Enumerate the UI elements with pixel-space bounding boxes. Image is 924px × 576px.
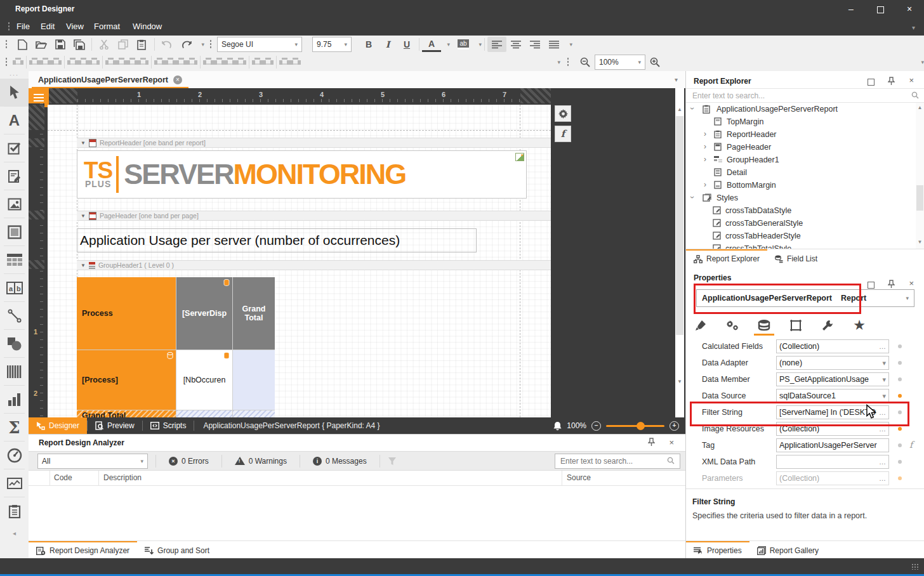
bell-icon[interactable] [553,421,562,431]
tree-item-detail[interactable]: Detail [686,166,916,179]
expander-icon[interactable]: › [704,129,706,138]
tab-behavior-gears-icon[interactable] [724,317,741,334]
align-tops-icon[interactable] [67,58,78,67]
tab-report-explorer[interactable]: Report Explorer [686,249,767,267]
bold-button[interactable]: B [359,37,378,52]
explorer-scrollbar[interactable]: ▲ ▼ [916,103,924,249]
maximize-panel-icon[interactable] [868,280,874,289]
dropdown-icon[interactable]: ▾ [880,392,886,400]
tree-item-reportheader[interactable]: › ReportHeader [686,128,916,141]
menu-format[interactable]: Format [94,22,120,31]
report-tasks-gear-button[interactable] [555,105,571,122]
report-header-band[interactable]: ▼ ReportHeader [one band per report] [77,138,551,148]
property-row-data-member[interactable]: Data Member PS_GetApplicationUsage▾ [686,371,924,388]
fit-to-grid-icon[interactable] [105,58,116,67]
font-size-combo[interactable]: 9.75▾ [312,37,352,52]
close-icon[interactable]: × [909,278,914,288]
maximize-panel-icon[interactable] [868,77,874,86]
expander-icon[interactable]: › [688,196,697,199]
messages-counter[interactable]: i0 Messages [308,457,372,466]
menu-drag-handle[interactable] [8,22,10,32]
undo-button[interactable] [157,37,176,52]
scroll-up-icon[interactable]: ▲ [916,103,924,113]
zoom-slider-thumb[interactable] [637,422,645,430]
toolbar-drag-handle[interactable] [209,39,212,49]
align-rights-icon[interactable] [51,58,62,67]
tree-item-topmargin[interactable]: TopMargin [686,115,916,128]
property-row-tag[interactable]: Tag ApplicationUsagePerServer f [686,437,924,454]
align-lefts-icon[interactable] [29,58,40,67]
menu-file[interactable]: File [16,22,30,31]
menu-edit[interactable]: Edit [41,22,55,31]
tool-picture-box[interactable] [0,190,29,218]
crosstab-control[interactable]: Process [ServerDisp Grand Total [Process… [77,277,275,417]
toolbox-collapse-icon[interactable]: ◂ [0,530,29,537]
cut-button[interactable] [95,37,114,52]
tool-barcode[interactable] [0,358,29,386]
underline-button[interactable]: U [397,37,416,52]
save-button[interactable] [51,37,70,52]
expression-editor-button[interactable]: f [555,126,571,142]
align-right-button[interactable] [525,37,544,52]
group-header-band[interactable]: ▼ GroupHeader1 ( Level 0 ) [77,260,551,270]
report-page[interactable]: ▼ ReportHeader [one band per report] TS … [48,105,551,417]
save-all-button[interactable] [70,37,89,52]
zoom-slider[interactable] [606,425,664,427]
report-title-label[interactable]: Application Usage per server (number of … [77,228,477,252]
tree-item-bottommargin[interactable]: › BottomMargin [686,179,916,192]
expression-function-icon[interactable]: f [909,440,913,450]
crosstab-cell-total[interactable] [233,410,275,417]
align-centers-icon[interactable] [40,58,51,67]
send-backward-icon[interactable] [290,58,301,67]
menu-overflow-icon[interactable]: ▾ [912,24,915,31]
crosstab-cell-occurrences-field[interactable]: [NbOccuren [176,350,232,410]
redo-button[interactable] [176,37,195,52]
toolbar-drag-handle[interactable] [567,57,569,67]
band-collapse-icon[interactable]: ▼ [81,263,86,268]
font-name-combo[interactable]: Segoe UI▾ [217,37,302,52]
tab-tools-wrench-icon[interactable] [819,317,836,334]
zoom-out-icon[interactable] [576,55,595,70]
scroll-up-icon[interactable]: ▲ [675,105,684,115]
scrollbar-thumb[interactable] [916,185,923,211]
ellipsis-button[interactable]: … [876,458,886,466]
tab-appearance-brush-icon[interactable] [692,317,709,334]
analyzer-search-input[interactable] [559,456,657,466]
font-color-dropdown-icon[interactable]: ▾ [441,37,450,52]
paste-button[interactable] [133,37,152,52]
warnings-counter[interactable]: 0 Warnings [230,457,292,466]
zoom-in-button[interactable]: + [670,421,679,431]
tool-gauge[interactable] [0,442,29,469]
justify-button[interactable] [544,37,564,52]
tree-item-crosstabtotalstyle[interactable]: crossTabTotalStyle [686,242,916,249]
tab-data-database-icon[interactable] [756,317,772,334]
zoom-out-button[interactable]: – [591,421,601,431]
tool-page-info[interactable] [0,497,29,525]
tab-field-list[interactable]: Field List [767,249,825,267]
highlight-button[interactable]: ab [454,37,473,52]
expander-icon[interactable]: › [704,142,706,151]
design-surface[interactable]: 1 2 3 4 5 6 7 1 2 ▼ ReportHeader [one ba… [29,88,685,417]
document-tab[interactable]: ApplicationUsagePerServerReport × [32,72,188,88]
tool-shape[interactable] [0,330,29,358]
increase-vertical-spacing-icon[interactable] [214,58,225,67]
band-collapse-icon[interactable]: ▼ [81,213,86,219]
align-bottoms-icon[interactable] [89,58,100,67]
crosstab-cell-process-row-field[interactable]: [Process] [77,350,176,410]
tab-report-design-analyzer[interactable]: Report Design Analyzer [29,541,137,559]
tool-panel[interactable] [0,218,29,246]
analyzer-search-box[interactable] [555,454,680,469]
page-header-band[interactable]: ▼ PageHeader [one band per page] [77,211,551,221]
tool-sparkline[interactable] [0,469,29,497]
tool-check-box[interactable] [0,134,29,162]
align-center-button[interactable] [506,37,525,52]
bring-to-front-icon[interactable] [13,58,23,67]
scrollbar-thumb[interactable] [676,116,683,335]
equal-horizontal-spacing-icon[interactable] [154,58,165,67]
toolbar-drag-handle[interactable] [5,39,8,49]
resize-grip[interactable] [911,563,919,570]
tool-table[interactable] [0,246,29,274]
band-collapse-icon[interactable]: ▼ [81,140,86,146]
ellipsis-button[interactable]: … [876,475,886,482]
tool-pivot-grid[interactable]: Σ [0,414,29,442]
